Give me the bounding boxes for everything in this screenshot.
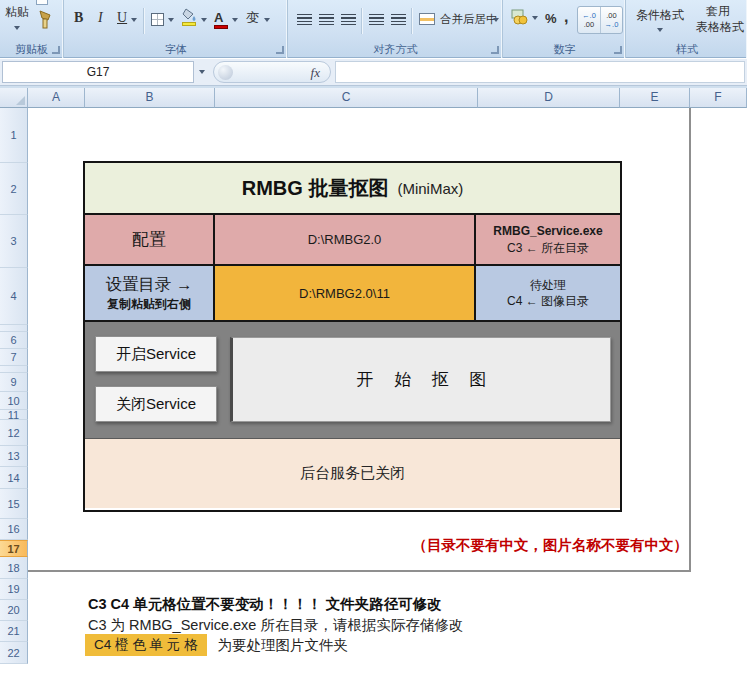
fill-color-button[interactable] <box>182 8 198 26</box>
clipboard-dialog-launcher-icon[interactable] <box>52 46 60 54</box>
name-box-dropdown-icon[interactable] <box>199 70 205 77</box>
row-header-1[interactable]: 1 <box>0 108 28 163</box>
page-break-horizontal-line <box>28 570 691 572</box>
decrease-decimal-button[interactable]: .00 →.0 <box>600 7 622 33</box>
percent-style-button[interactable]: % <box>545 11 557 26</box>
select-all-corner[interactable] <box>0 88 28 108</box>
font-color-dropdown-icon[interactable] <box>232 18 238 25</box>
row-header-22[interactable]: 22 <box>0 642 28 664</box>
number-group-label: 数字 <box>554 43 576 55</box>
row-header-18[interactable]: 18 <box>0 557 28 579</box>
row-header-10[interactable]: 10 <box>0 392 28 410</box>
align-center-icon[interactable] <box>319 14 334 25</box>
directory-row: 设置目录 → 复制粘贴到右侧 D:\RMBG2.0\11 待处理 C4 ← 图像… <box>85 266 620 322</box>
italic-button[interactable]: I <box>98 10 103 26</box>
row-header-17[interactable]: 17 <box>0 540 28 557</box>
formula-bar: G17 fx <box>0 59 747 86</box>
column-headers: ABCDEF <box>0 86 747 108</box>
row-header-7[interactable]: 7 <box>0 349 28 366</box>
conditional-formatting-dropdown-icon[interactable] <box>657 28 663 35</box>
formula-input[interactable] <box>335 61 745 83</box>
paste-button[interactable]: 粘贴 <box>5 4 29 21</box>
row-header-15[interactable]: 15 <box>0 489 28 519</box>
ribbon-group-number: % , ←.0 .00 .00 →.0 数字 <box>504 0 626 58</box>
row-header-9[interactable]: 9 <box>0 373 28 392</box>
column-header-F[interactable]: F <box>690 88 747 108</box>
row-header-12[interactable]: 12 <box>0 420 28 446</box>
paste-dropdown-icon[interactable] <box>14 26 20 33</box>
row-header-16[interactable]: 16 <box>0 519 28 540</box>
row-header-8[interactable] <box>0 366 28 373</box>
stop-service-button[interactable]: 关闭Service <box>95 386 217 422</box>
row-header-20[interactable]: 20 <box>0 600 28 621</box>
name-box[interactable]: G17 <box>2 61 194 83</box>
column-header-C[interactable]: C <box>215 88 478 108</box>
row-headers: 123467910111213141516171819202122 <box>0 108 28 674</box>
row-header-11[interactable]: 11 <box>0 410 28 420</box>
row-header-4[interactable]: 4 <box>0 268 28 325</box>
accounting-dropdown-icon[interactable] <box>532 16 538 23</box>
row-header-13[interactable]: 13 <box>0 446 28 467</box>
copy-icon[interactable] <box>36 0 48 5</box>
merge-center-icon[interactable] <box>419 13 435 25</box>
insert-function-area[interactable]: fx <box>213 61 331 83</box>
row-header-21[interactable]: 21 <box>0 621 28 642</box>
row-header-5[interactable] <box>0 325 28 332</box>
column-header-D[interactable]: D <box>478 88 620 108</box>
number-dialog-launcher-icon[interactable] <box>614 46 622 54</box>
conditional-formatting-button[interactable]: 条件格式 <box>636 7 684 24</box>
column-header-A[interactable]: A <box>28 88 85 108</box>
underline-button[interactable]: U <box>117 10 127 26</box>
start-matting-button[interactable]: 开 始 抠 图 <box>230 337 611 422</box>
increase-indent-icon[interactable] <box>391 14 406 25</box>
note-line3-rest: 为要处理图片文件夹 <box>218 636 349 655</box>
status-row: 后台服务已关闭 <box>85 439 620 508</box>
row-header-2[interactable]: 2 <box>0 163 28 215</box>
function-ball-icon <box>218 65 233 80</box>
column-header-B[interactable]: B <box>85 88 215 108</box>
panel-title-row: RMBG 批量抠图 (MiniMax) <box>85 163 620 215</box>
merge-center-button[interactable]: 合并后居中 <box>440 12 498 27</box>
fx-icon[interactable]: fx <box>311 65 320 81</box>
row-header-3[interactable]: 3 <box>0 215 28 268</box>
format-as-table-button[interactable]: 套用 <box>706 3 730 20</box>
accounting-format-icon[interactable] <box>511 8 529 29</box>
row-header-19[interactable]: 19 <box>0 579 28 600</box>
row-header-6[interactable]: 6 <box>0 332 28 349</box>
comma-style-button[interactable]: , <box>564 8 568 26</box>
bold-button[interactable]: B <box>74 10 83 26</box>
underline-dropdown-icon[interactable] <box>131 18 137 25</box>
alignment-dialog-launcher-icon[interactable] <box>491 46 499 54</box>
dir-label-cell: 设置目录 → 复制粘贴到右侧 <box>85 266 215 320</box>
borders-dropdown-icon[interactable] <box>168 18 174 25</box>
button-panel: 开启Service 关闭Service 开 始 抠 图 <box>85 322 620 439</box>
ribbon-group-style: 条件格式 套用 表格格式 样式 <box>627 0 747 58</box>
note-line1: C3 C4 单元格位置不要变动！！！！ 文件夹路径可修改 <box>88 595 442 614</box>
row-header-14[interactable]: 14 <box>0 467 28 489</box>
start-service-button[interactable]: 开启Service <box>95 336 217 372</box>
phonetic-guide-button[interactable]: 变 <box>246 9 259 27</box>
align-right-icon[interactable] <box>341 14 356 25</box>
font-dialog-launcher-icon[interactable] <box>276 46 284 54</box>
format-painter-icon[interactable] <box>37 9 54 37</box>
config-path-cell[interactable]: D:\RMBG2.0 <box>215 215 476 264</box>
clipboard-group-label: 剪贴板 <box>15 43 48 55</box>
format-as-table-button-line2[interactable]: 表格格式 <box>696 19 744 36</box>
phonetic-dropdown-icon[interactable] <box>264 18 270 25</box>
column-header-E[interactable]: E <box>620 88 690 108</box>
borders-button[interactable] <box>151 13 164 26</box>
style-group-label: 样式 <box>676 43 698 55</box>
note-line2: C3 为 RMBG_Service.exe 所在目录，请根据实际存储修改 <box>88 616 463 635</box>
increase-decimal-button[interactable]: ←.0 .00 <box>578 7 600 33</box>
service-status-text: 后台服务已关闭 <box>300 464 405 483</box>
config-label-cell: 配置 <box>85 215 215 264</box>
warning-text: （目录不要有中文，图片名称不要有中文） <box>413 536 689 555</box>
dir-path-cell[interactable]: D:\RMBG2.0\11 <box>215 266 476 320</box>
font-color-button[interactable]: A <box>214 8 223 26</box>
fill-color-dropdown-icon[interactable] <box>201 18 207 25</box>
align-left-icon[interactable] <box>297 14 312 25</box>
excel-window: 粘贴 剪贴板 B I U <box>0 0 747 674</box>
decrease-indent-icon[interactable] <box>369 14 384 25</box>
alignment-group-label: 对齐方式 <box>374 43 418 55</box>
merge-center-dropdown-icon[interactable] <box>493 18 499 25</box>
